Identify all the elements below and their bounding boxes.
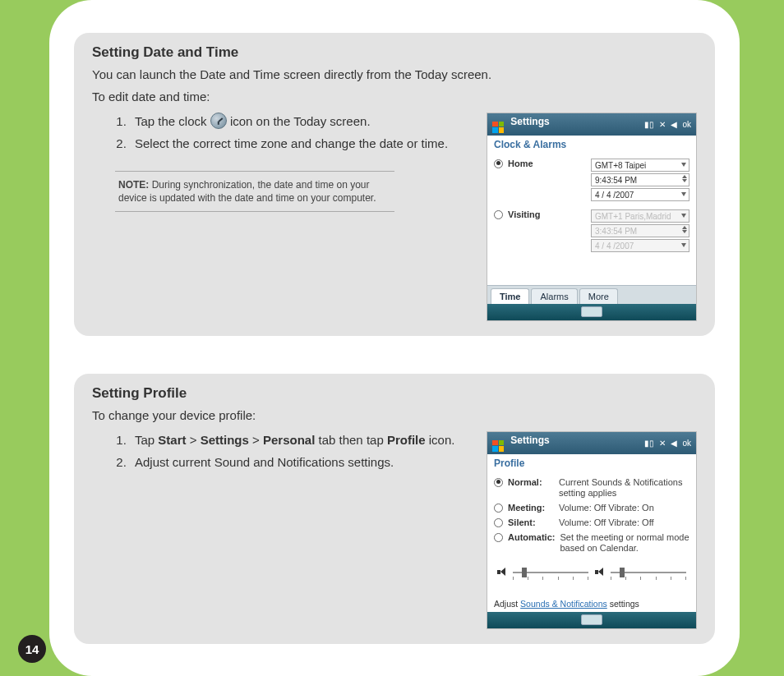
- shot1-title: Settings: [510, 116, 549, 127]
- steps-list-1: Tap the clock icon on the Today screen. …: [92, 113, 472, 153]
- shot1-body: Home GMT+8 Taipei 9:43:54 PM 4 / 4 /2007…: [487, 154, 696, 285]
- opt-auto-row: Automatic: Set the meeting or normal mod…: [494, 532, 689, 555]
- normal-label: Normal:: [508, 477, 554, 487]
- shot1-bottom-bar: [487, 304, 696, 320]
- radio-meeting[interactable]: [494, 504, 503, 513]
- silent-label: Silent:: [508, 517, 554, 527]
- steps-column: Tap the clock icon on the Today screen. …: [92, 113, 472, 321]
- speaker-icon: [497, 568, 506, 577]
- windows-logo-icon: [492, 440, 504, 452]
- visit-date-field[interactable]: 4 / 4 /2007: [591, 239, 689, 252]
- adjust-line: Adjust Sounds & Notifications settings: [487, 596, 696, 612]
- page-number-badge: 14: [18, 635, 46, 663]
- section-date-time: Setting Date and Time You can launch the…: [74, 33, 715, 336]
- volume-icon: ◀: [671, 439, 677, 448]
- profile-step-1: Tap Start > Settings > Personal tab then…: [130, 431, 472, 450]
- chevron-down-icon: [681, 192, 686, 196]
- meeting-label: Meeting:: [508, 503, 554, 513]
- keyboard-icon[interactable]: [581, 306, 602, 317]
- home-tz-value: GMT+8 Taipei: [595, 161, 646, 170]
- s2s1-c: >: [187, 433, 201, 447]
- home-label: Home: [508, 159, 554, 168]
- radio-home[interactable]: [494, 159, 503, 168]
- shot1-tab-bar: Time Alarms More: [487, 285, 696, 304]
- shot2-body: Normal: Current Sounds & Notifications s…: [487, 472, 696, 596]
- sounds-notifications-link[interactable]: Sounds & Notifications: [520, 599, 607, 609]
- section-profile: Setting Profile To change your device pr…: [74, 374, 715, 644]
- steps-list-2: Tap Start > Settings > Personal tab then…: [92, 431, 472, 471]
- ok-button[interactable]: ok: [682, 439, 691, 448]
- chevron-down-icon: [681, 214, 686, 218]
- screenshot-profile: Settings ▮▯ ✕ ◀ ok Profile Normal: Curre…: [487, 431, 697, 629]
- step-1-text-b: icon on the Today screen.: [230, 114, 371, 128]
- spinner-icon: [682, 175, 687, 182]
- screenshot-clock-alarms: Settings ▮▯ ✕ ◀ ok Clock & Alarms Home: [487, 113, 697, 321]
- radio-visiting[interactable]: [494, 210, 503, 219]
- home-timezone-field[interactable]: GMT+8 Taipei: [591, 159, 689, 172]
- s2s1-e: >: [249, 433, 263, 447]
- home-date-value: 4 / 4 /2007: [595, 191, 634, 200]
- heading-profile: Setting Profile: [92, 385, 697, 402]
- radio-silent[interactable]: [494, 518, 503, 527]
- visit-date-value: 4 / 4 /2007: [595, 241, 634, 251]
- s2s1-personal: Personal: [263, 433, 315, 447]
- step-2: Select the correct time zone and change …: [130, 135, 472, 154]
- step-1: Tap the clock icon on the Today screen.: [130, 113, 472, 131]
- s2s1-a: Tap: [135, 433, 158, 447]
- home-time-field[interactable]: 9:43:54 PM: [591, 173, 689, 186]
- sliders-row: [497, 568, 686, 577]
- tab-time[interactable]: Time: [491, 288, 529, 304]
- intro-text-1: You can launch the Date and Time screen …: [92, 66, 697, 85]
- silent-desc: Volume: Off Vibrate: Off: [559, 517, 689, 529]
- intro-text-2: To edit date and time:: [92, 88, 697, 107]
- shot1-titlebar: Settings ▮▯ ✕ ◀ ok: [487, 113, 696, 136]
- steps-column-2: Tap Start > Settings > Personal tab then…: [92, 431, 472, 629]
- visit-time-field[interactable]: 3:43:54 PM: [591, 224, 689, 237]
- keyboard-icon[interactable]: [581, 614, 602, 625]
- tab-more[interactable]: More: [579, 288, 618, 304]
- shot2-titlebar: Settings ▮▯ ✕ ◀ ok: [487, 432, 696, 454]
- profile-step-2: Adjust current Sound and Notifications s…: [130, 453, 472, 472]
- shot2-title: Settings: [510, 435, 549, 446]
- visit-timezone-field[interactable]: GMT+1 Paris,Madrid: [591, 209, 689, 223]
- adjust-a: Adjust: [494, 599, 520, 609]
- opt-silent-row: Silent: Volume: Off Vibrate: Off: [494, 517, 689, 529]
- radio-automatic[interactable]: [494, 533, 503, 542]
- volume-slider-2[interactable]: [611, 572, 686, 573]
- shot1-title-wrap: Settings: [492, 116, 550, 133]
- opt-meeting-row: Meeting: Volume: Off Vibrate: On: [494, 503, 689, 514]
- clock-icon: [210, 113, 227, 129]
- s2s1-profile: Profile: [387, 433, 426, 447]
- home-date-field[interactable]: 4 / 4 /2007: [591, 188, 689, 201]
- s2s1-i: icon.: [426, 433, 455, 447]
- wifi-icon: ✕: [659, 439, 666, 448]
- shot1-sys-tray: ▮▯ ✕ ◀ ok: [644, 120, 691, 129]
- note-label: NOTE:: [118, 179, 149, 191]
- chevron-down-icon: [681, 163, 686, 167]
- home-row: Home GMT+8 Taipei 9:43:54 PM 4 / 4 /2007: [494, 159, 689, 201]
- note-text: During synchronization, the date and tim…: [118, 179, 376, 204]
- signal-icon: ▮▯: [644, 120, 654, 129]
- s2s1-settings: Settings: [201, 433, 249, 447]
- s2s1-start: Start: [158, 433, 186, 447]
- heading-date-time: Setting Date and Time: [92, 44, 697, 61]
- volume-slider-1[interactable]: [513, 572, 588, 573]
- visit-tz-value: GMT+1 Paris,Madrid: [595, 212, 671, 221]
- spinner-icon: [682, 226, 687, 233]
- windows-logo-icon: [492, 122, 504, 133]
- tab-alarms[interactable]: Alarms: [531, 288, 577, 304]
- speaker-icon: [595, 568, 604, 577]
- visiting-label: Visiting: [508, 209, 554, 219]
- visiting-fields: GMT+1 Paris,Madrid 3:43:54 PM 4 / 4 /200…: [591, 209, 689, 252]
- wifi-icon: ✕: [659, 120, 666, 129]
- home-fields: GMT+8 Taipei 9:43:54 PM 4 / 4 /2007: [591, 159, 689, 201]
- radio-normal[interactable]: [494, 478, 503, 487]
- shot2-sys-tray: ▮▯ ✕ ◀ ok: [644, 439, 691, 448]
- ok-button[interactable]: ok: [682, 120, 691, 129]
- shot2-bottom-bar: [487, 612, 696, 628]
- auto-desc: Set the meeting or normal mode based on …: [560, 532, 689, 555]
- auto-label: Automatic:: [508, 532, 555, 542]
- manual-page: Setting Date and Time You can launch the…: [49, 0, 740, 676]
- opt-normal-row: Normal: Current Sounds & Notifications s…: [494, 477, 689, 500]
- volume-icon: ◀: [671, 120, 677, 129]
